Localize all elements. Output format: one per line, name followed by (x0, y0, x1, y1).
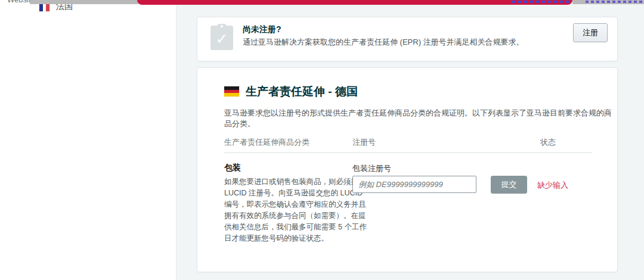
status-badge: 缺少输入 (537, 180, 568, 191)
top-right-strip-clipped[interactable] (572, 0, 644, 4)
epr-card-title: 生产者责任延伸 - 德国 (246, 84, 358, 99)
column-header-status: 状态 (540, 137, 556, 148)
register-card-title: 尚未注册? (243, 24, 281, 35)
column-header-category: 生产者责任延伸商品分类 (224, 137, 309, 148)
clipped-link-text (586, 1, 643, 3)
left-panel: Website 法国 (0, 0, 177, 280)
register-card: ✓ 尚未注册? 通过亚马逊解决方案获取您的生产者责任延伸 (EPR) 注册号并满… (197, 17, 618, 61)
top-gray-strip (30, 0, 138, 4)
register-card-description: 通过亚马逊解决方案获取您的生产者责任延伸 (EPR) 注册号并满足相关合规要求。 (243, 37, 524, 48)
registration-number-label: 包装注册号 (352, 163, 391, 174)
clipboard-check-icon: ✓ (210, 24, 233, 50)
category-description: 如果您要进口或销售包装商品，则必须提供 LUCID 注册号。向亚马逊提交您的 L… (224, 176, 367, 244)
registration-number-input[interactable] (352, 176, 476, 193)
notification-banner-clipped[interactable] (137, 0, 572, 5)
table-header-divider (224, 153, 592, 153)
clipped-banner-link-text (512, 1, 569, 3)
category-name: 包装 (224, 163, 241, 173)
column-header-registration-number: 注册号 (352, 137, 376, 148)
epr-germany-card: 生产者责任延伸 - 德国 亚马逊要求您以注册号的形式提供生产者责任延伸商品分类的… (197, 67, 618, 272)
germany-flag-icon (224, 86, 239, 97)
epr-card-description: 亚马逊要求您以注册号的形式提供生产者责任延伸商品分类的合规证明。以下列表显示了亚… (224, 108, 617, 129)
register-button[interactable]: 注册 (573, 23, 608, 42)
submit-button[interactable]: 提交 (491, 176, 527, 194)
